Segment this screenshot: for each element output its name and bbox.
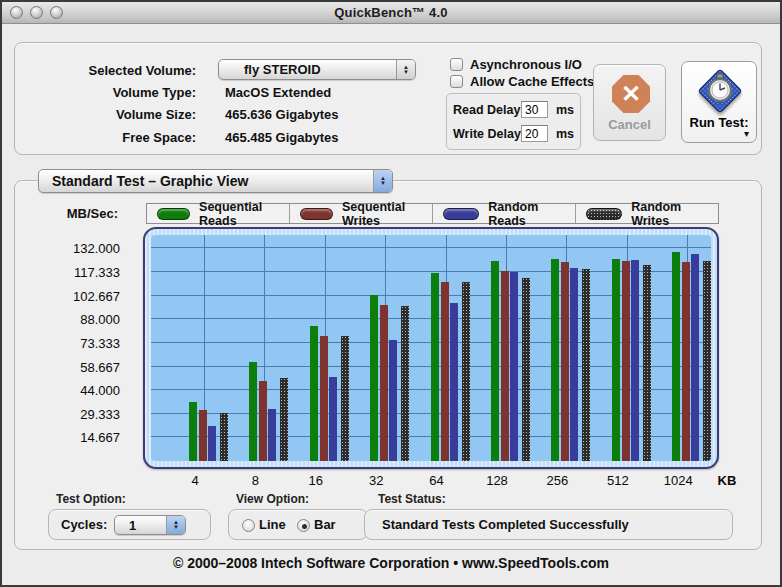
- plot-area: [151, 235, 711, 461]
- legend-swatch-icon: [300, 208, 333, 220]
- bar: [431, 273, 439, 461]
- bar: [682, 262, 690, 461]
- legend-item: Random Reads: [432, 204, 575, 223]
- bar: [551, 259, 559, 461]
- async-io-label: Asynchronous I/O: [470, 57, 582, 72]
- x-tick-label: 4: [191, 473, 198, 488]
- y-tick-label: 73.333: [80, 336, 120, 351]
- y-tick-label: 117.333: [74, 265, 120, 280]
- x-tick-label: 16: [309, 473, 323, 488]
- bar: [199, 410, 207, 461]
- legend-item-label: Sequential Writes: [342, 200, 432, 228]
- bar: [220, 413, 228, 461]
- cycles-label: Cycles:: [61, 517, 107, 532]
- popup-stepper-icon: ▲▼: [396, 60, 415, 79]
- x-tick-label: 64: [429, 473, 443, 488]
- view-selector-popup[interactable]: Standard Test – Graphic View ▲▼: [38, 169, 393, 193]
- async-io-checkbox[interactable]: [450, 58, 463, 71]
- settings-panel: Selected Volume: fly STEROID ▲▼ Volume T…: [14, 42, 762, 155]
- bar: [208, 426, 216, 461]
- bar: [259, 381, 267, 461]
- read-delay-input[interactable]: [521, 101, 548, 118]
- line-radio[interactable]: [242, 519, 255, 532]
- delay-panel: Read Delay: ms Write Delay: ms: [446, 93, 581, 150]
- legend-item-label: Random Reads: [488, 200, 575, 228]
- bar-radio-label: Bar: [314, 517, 336, 532]
- bar: [268, 409, 276, 461]
- y-tick-label: 88.000: [80, 312, 120, 327]
- legend-item-label: Random Writes: [631, 200, 718, 228]
- x-tick-label: 32: [369, 473, 383, 488]
- bar: [441, 282, 449, 461]
- selected-volume-value: fly STEROID: [219, 62, 396, 77]
- legend-swatch-icon: [586, 208, 622, 220]
- x-axis-unit: KB: [718, 473, 737, 488]
- view-option-label: View Option:: [236, 492, 309, 506]
- bar: [570, 268, 578, 461]
- run-test-dropdown-icon: ▾: [744, 128, 749, 139]
- y-axis: 132.000117.333102.66788.00073.33358.6674…: [43, 235, 120, 461]
- bar: [249, 362, 257, 461]
- chart-frame: [143, 227, 719, 469]
- bar: [389, 340, 397, 461]
- bar: [582, 269, 590, 461]
- y-tick-label: 132.000: [73, 241, 120, 256]
- bar: [380, 305, 388, 461]
- bar: [631, 260, 639, 461]
- x-tick-label: 1024: [664, 473, 693, 488]
- test-option-box: Cycles: 1 ▲▼: [48, 509, 211, 540]
- y-tick-label: 58.667: [80, 360, 120, 375]
- bar: [329, 377, 337, 461]
- legend-item: Random Writes: [575, 204, 718, 223]
- bar: [401, 306, 409, 461]
- view-selector-value: Standard Test – Graphic View: [39, 173, 373, 189]
- line-radio-label: Line: [259, 517, 286, 532]
- bar: [643, 265, 651, 461]
- x-tick-label: 512: [607, 473, 629, 488]
- bar: [691, 254, 699, 461]
- cancel-button-label: Cancel: [594, 117, 665, 132]
- volume-type-label: Volume Type:: [113, 85, 196, 100]
- y-tick-label: 14.667: [80, 430, 120, 445]
- allow-cache-label: Allow Cache Effects: [470, 74, 594, 89]
- bar: [370, 295, 378, 461]
- results-panel: Standard Test – Graphic View ▲▼ Sequenti…: [14, 180, 762, 550]
- bar: [450, 303, 458, 461]
- free-space-value: 465.485 Gigabytes: [225, 130, 338, 145]
- view-selector-stepper-icon: ▲▼: [373, 170, 392, 192]
- volume-size-label: Volume Size:: [116, 107, 196, 122]
- run-test-button[interactable]: Run Test: ▾: [681, 61, 757, 143]
- view-option-box: Line Bar: [228, 509, 368, 540]
- legend-swatch-icon: [443, 208, 479, 220]
- legend-item: Sequential Reads: [147, 204, 289, 223]
- bar-radio[interactable]: [297, 519, 310, 532]
- x-tick-label: 8: [252, 473, 259, 488]
- write-delay-input[interactable]: [521, 125, 548, 142]
- stopwatch-icon: [706, 73, 734, 103]
- bar: [672, 252, 680, 461]
- footer-credit: © 2000–2008 Intech Software Corporation …: [2, 555, 780, 571]
- test-option-label: Test Option:: [56, 492, 126, 506]
- y-tick-label: 102.667: [73, 289, 120, 304]
- read-delay-unit: ms: [556, 103, 574, 117]
- bar: [510, 272, 518, 461]
- bar: [462, 282, 470, 461]
- window-title: QuickBench™ 4.0: [2, 5, 780, 20]
- bar: [501, 271, 509, 461]
- legend-swatch-icon: [157, 208, 190, 220]
- cycles-popup[interactable]: 1 ▲▼: [114, 515, 186, 535]
- bar: [612, 259, 620, 461]
- y-tick-label: 29.333: [80, 407, 120, 422]
- bar: [491, 261, 499, 461]
- cancel-button[interactable]: ✕ Cancel: [593, 64, 666, 141]
- bar: [280, 378, 288, 461]
- test-status-label: Test Status:: [378, 492, 446, 506]
- write-delay-label: Write Delay:: [453, 127, 525, 141]
- bar: [522, 278, 530, 461]
- bar: [341, 336, 349, 461]
- bar: [320, 336, 328, 461]
- allow-cache-checkbox[interactable]: [450, 75, 463, 88]
- selected-volume-popup[interactable]: fly STEROID ▲▼: [218, 59, 416, 80]
- test-status-value: Standard Tests Completed Successfully: [382, 517, 629, 532]
- legend-item: Sequential Writes: [289, 204, 432, 223]
